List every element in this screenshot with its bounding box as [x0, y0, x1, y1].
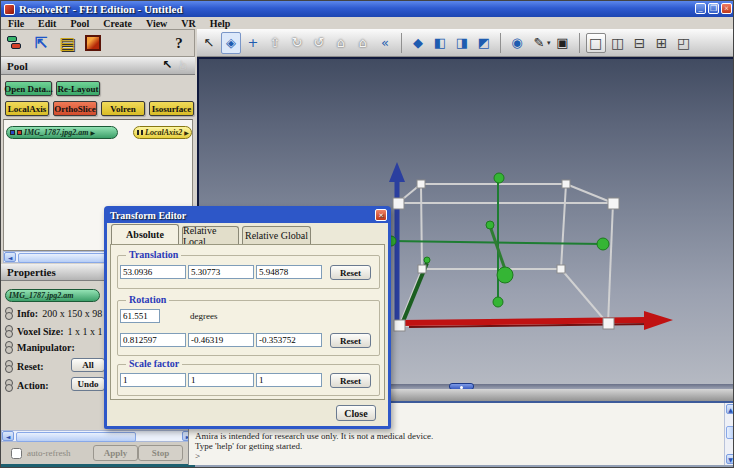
- reset-all-button[interactable]: All: [71, 358, 105, 372]
- view-all-icon[interactable]: ◉: [507, 32, 527, 54]
- orthoslice-button[interactable]: OrthoSlice: [53, 101, 97, 116]
- layout-two-horizontal-icon[interactable]: ⊟: [630, 33, 650, 53]
- open-data-button[interactable]: Open Data...: [5, 81, 52, 96]
- transform-editor-dialog[interactable]: Transform Editor × Absolute Relative Loc…: [104, 206, 391, 429]
- rotate-cw-icon[interactable]: ↻: [287, 32, 307, 54]
- scroll-down-icon[interactable]: ▼: [726, 454, 734, 464]
- rotation-z-field[interactable]: [256, 333, 322, 347]
- scale-z-field[interactable]: [256, 373, 322, 387]
- module-pill[interactable]: LocalAxis2 ▶: [133, 126, 192, 139]
- connector-icon[interactable]: [5, 360, 12, 373]
- hand-icon[interactable]: ☞: [177, 60, 191, 71]
- scale-reset-button[interactable]: Reset: [330, 373, 371, 388]
- set-home-icon[interactable]: ⌂: [353, 32, 373, 54]
- restore-button[interactable]: ❐: [708, 3, 719, 14]
- relayout-button[interactable]: Re-Layout: [56, 81, 100, 96]
- expand-icon[interactable]: ▶: [90, 129, 95, 136]
- manipulator-row: Manipulator:: [5, 341, 75, 354]
- layout-quad-icon[interactable]: ⊞: [652, 33, 672, 53]
- menu-create[interactable]: Create: [96, 18, 139, 29]
- layout-single-icon[interactable]: □: [586, 33, 606, 53]
- rotation-label: Rotation: [126, 294, 169, 305]
- toolbar-separator: [500, 33, 501, 53]
- layout-two-vertical-icon[interactable]: ◫: [608, 33, 628, 53]
- connector-icon[interactable]: [5, 341, 12, 354]
- menu-file[interactable]: File: [1, 18, 31, 29]
- menu-pool[interactable]: Pool: [63, 18, 96, 29]
- rotation-angle-field[interactable]: [120, 309, 160, 323]
- scroll-thumb[interactable]: [18, 253, 118, 263]
- volren-button[interactable]: Volren: [101, 101, 145, 116]
- scroll-left-icon[interactable]: ◄: [2, 431, 14, 441]
- translation-x-field[interactable]: [120, 265, 186, 279]
- menu-view[interactable]: View: [139, 18, 174, 29]
- rotation-reset-button[interactable]: Reset: [330, 333, 371, 348]
- console-vscrollbar[interactable]: ▲ ▼: [724, 403, 734, 465]
- scroll-thumb[interactable]: [16, 432, 136, 442]
- snapshot-icon[interactable]: ▣: [553, 32, 573, 54]
- scale-x-field[interactable]: [120, 373, 186, 387]
- measure-icon[interactable]: ✎: [529, 32, 549, 54]
- translate-icon[interactable]: +: [243, 32, 263, 54]
- zoom-icon[interactable]: ⇧: [265, 32, 285, 54]
- tab-relative-global[interactable]: Relative Global: [242, 226, 311, 244]
- menu-edit[interactable]: Edit: [31, 18, 63, 29]
- scroll-thumb[interactable]: [726, 426, 734, 439]
- layout-custom-icon[interactable]: ◰: [674, 33, 694, 53]
- close-button[interactable]: ×: [721, 3, 732, 14]
- colormap-icon[interactable]: [81, 31, 105, 55]
- pool-header: Pool ↖ ☞: [1, 57, 195, 75]
- axis-x[interactable]: [401, 311, 673, 330]
- scale-y-field[interactable]: [188, 373, 254, 387]
- tab-relative-local[interactable]: Relative Local: [182, 226, 239, 244]
- menu-help[interactable]: Help: [203, 18, 238, 29]
- face-lines: [391, 177, 603, 304]
- connector-icon[interactable]: [5, 307, 12, 320]
- scroll-up-icon[interactable]: ▲: [726, 404, 734, 414]
- rotate-ccw-icon[interactable]: ↺: [309, 32, 329, 54]
- properties-hscrollbar[interactable]: ◄ ►: [1, 430, 195, 442]
- translation-reset-button[interactable]: Reset: [330, 265, 371, 280]
- cursor-arrow-icon[interactable]: ↖: [162, 58, 172, 72]
- object-editor-icon[interactable]: ⇱: [29, 31, 53, 55]
- seek-icon[interactable]: «: [375, 32, 395, 54]
- properties-title: Properties: [7, 266, 56, 278]
- title-bar[interactable]: ResolveRT - FEI Edition - Untitled _ ❐ ×: [1, 1, 734, 17]
- view-yz-icon[interactable]: ◧: [430, 32, 450, 54]
- translation-y-field[interactable]: [188, 265, 254, 279]
- translation-z-field[interactable]: [256, 265, 322, 279]
- menu-vr[interactable]: VR: [174, 18, 202, 29]
- view-xy-icon[interactable]: ◩: [474, 32, 494, 54]
- pool-view-icon[interactable]: [3, 31, 27, 55]
- rotation-y-field[interactable]: [188, 333, 254, 347]
- pointer-icon[interactable]: ↖: [199, 32, 219, 54]
- view-xz-icon[interactable]: ◨: [452, 32, 472, 54]
- dialog-title-bar[interactable]: Transform Editor ×: [107, 208, 388, 223]
- layers-icon[interactable]: ▤: [55, 31, 79, 55]
- pool-title: Pool: [7, 60, 28, 72]
- auto-refresh-checkbox[interactable]: [11, 448, 22, 459]
- dialog-close-button[interactable]: Close: [336, 405, 376, 421]
- trackball-icon[interactable]: ◈: [221, 32, 241, 54]
- measure-caret-icon[interactable]: ▾: [547, 39, 551, 47]
- help-button[interactable]: ?: [169, 30, 189, 56]
- connector-icon[interactable]: [5, 325, 12, 338]
- minimize-button[interactable]: _: [695, 3, 706, 14]
- isosurface-button[interactable]: Isosurface: [149, 101, 194, 116]
- scroll-left-icon[interactable]: ◄: [4, 252, 16, 262]
- data-pill[interactable]: IMG_1787.jpg2.am ▶: [6, 126, 118, 139]
- rotation-x-field[interactable]: [120, 333, 186, 347]
- stop-button[interactable]: Stop: [138, 445, 183, 461]
- expand-icon[interactable]: ▶: [184, 129, 189, 136]
- perspective-icon[interactable]: ◆: [408, 32, 428, 54]
- home-icon[interactable]: ⌂: [331, 32, 351, 54]
- localaxis-button[interactable]: LocalAxis: [5, 101, 49, 116]
- apply-button[interactable]: Apply: [93, 445, 138, 461]
- undo-button[interactable]: Undo: [71, 377, 105, 391]
- properties-actions: auto-refresh Apply Stop: [1, 442, 195, 464]
- dialog-close-icon[interactable]: ×: [375, 209, 387, 221]
- menu-bar: File Edit Pool Create View VR Help: [1, 17, 734, 29]
- selected-module-pill[interactable]: IMG_1787.jpg2.am: [5, 289, 100, 302]
- connector-icon[interactable]: [5, 379, 12, 392]
- tab-absolute[interactable]: Absolute: [111, 224, 179, 244]
